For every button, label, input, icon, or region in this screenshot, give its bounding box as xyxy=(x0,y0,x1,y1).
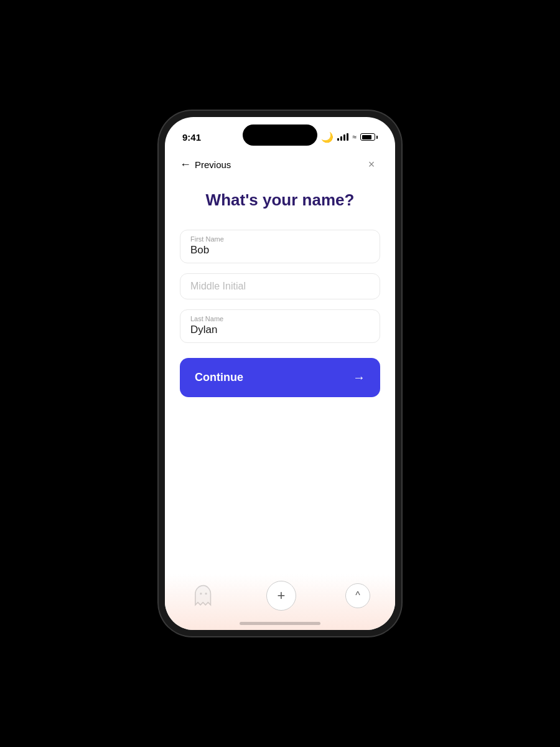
last-name-label: Last Name xyxy=(190,315,370,322)
middle-initial-input[interactable] xyxy=(190,280,370,293)
home-indicator xyxy=(240,622,320,625)
status-bar: 9:41 🌙 ≈ xyxy=(165,117,395,148)
close-button[interactable]: × xyxy=(363,156,380,173)
back-button[interactable]: ← Previous xyxy=(180,158,231,171)
add-button[interactable]: + xyxy=(266,581,296,611)
dynamic-island xyxy=(243,125,317,146)
phone-device: 9:41 🌙 ≈ ← Previous xyxy=(159,111,401,636)
last-name-input[interactable] xyxy=(190,324,370,336)
svg-point-0 xyxy=(200,593,202,594)
signal-icon xyxy=(337,133,348,141)
back-arrow-icon: ← xyxy=(180,158,191,171)
first-name-field-wrapper: First Name xyxy=(180,230,380,263)
first-name-label: First Name xyxy=(190,235,370,243)
moon-icon: 🌙 xyxy=(321,131,334,143)
wifi-icon: ≈ xyxy=(352,133,357,141)
form-area: What's your name? First Name Last Name xyxy=(165,181,395,574)
back-label: Previous xyxy=(195,159,231,170)
continue-label: Continue xyxy=(195,371,243,384)
battery-icon xyxy=(360,133,378,141)
phone-screen: 9:41 🌙 ≈ ← Previous xyxy=(165,117,395,630)
ghost-left-button[interactable] xyxy=(190,582,217,609)
ghost-icon xyxy=(192,585,215,607)
svg-point-1 xyxy=(205,593,207,594)
scroll-up-button[interactable]: ^ xyxy=(345,583,370,608)
middle-initial-field-wrapper xyxy=(180,273,380,299)
page-title: What's your name? xyxy=(180,190,380,210)
continue-button[interactable]: Continue → xyxy=(180,358,380,397)
first-name-input[interactable] xyxy=(190,244,370,256)
status-icons: 🌙 ≈ xyxy=(321,131,378,143)
status-time: 9:41 xyxy=(182,132,201,143)
last-name-field-wrapper: Last Name xyxy=(180,309,380,343)
nav-bar: ← Previous × xyxy=(165,148,395,181)
continue-arrow-icon: → xyxy=(353,370,365,385)
name-fields: First Name Last Name xyxy=(180,230,380,343)
